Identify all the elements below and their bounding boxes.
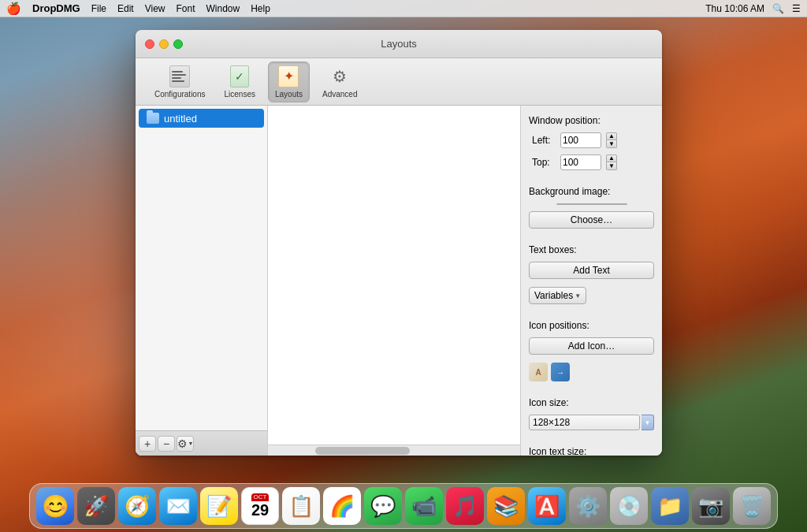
chevron-down-icon: ▼	[188, 441, 194, 446]
safari-icon: 🧭	[125, 494, 150, 519]
top-decrement[interactable]: ▼	[606, 162, 617, 170]
dock-icon-books[interactable]: 📚	[487, 487, 525, 525]
mail-icon: ✉️	[165, 494, 191, 519]
scrollbar-thumb[interactable]	[315, 447, 410, 455]
add-layout-button[interactable]: +	[139, 436, 156, 452]
dock-icon-launchpad[interactable]: 🚀	[77, 487, 115, 525]
window-position-label: Window position:	[529, 115, 654, 126]
menu-help[interactable]: Help	[251, 3, 270, 14]
left-stepper[interactable]: ▲ ▼	[606, 132, 617, 148]
toolbar: Configurations ✓ Licenses ✦ Layouts ⚙ Ad…	[136, 58, 662, 106]
left-increment[interactable]: ▲	[606, 132, 617, 140]
remove-layout-button[interactable]: −	[158, 436, 175, 452]
finder2-icon: 📁	[657, 494, 682, 519]
right-panel: Window position: Left: 100 ▲ ▼ Top: 100 …	[520, 106, 662, 456]
bg-image-label: Background image:	[529, 186, 654, 197]
window-title: Layouts	[381, 38, 417, 50]
dock-icon-mail[interactable]: ✉️	[159, 487, 197, 525]
license-doc-icon: ✓	[230, 65, 249, 87]
photos-icon: 🌈	[329, 494, 355, 519]
horizontal-scrollbar[interactable]	[268, 445, 520, 456]
icon-size-select[interactable]: 128×128	[529, 415, 640, 430]
toolbar-configurations[interactable]: Configurations	[148, 62, 211, 102]
sidebar-bottom-bar: + − ⚙ ▼	[136, 430, 267, 456]
dock-icon-finder2[interactable]: 📁	[651, 487, 689, 525]
main-content: untitled + − ⚙ ▼ Window position:	[136, 106, 662, 456]
left-row: Left: 100 ▲ ▼	[532, 132, 654, 148]
sidebar-item-untitled[interactable]: untitled	[139, 109, 264, 128]
dock-icon-calendar[interactable]: OCT 29	[241, 487, 279, 525]
appstore-icon: 🅰️	[534, 494, 560, 519]
dock-icon-safari[interactable]: 🧭	[118, 487, 156, 525]
sysprefs-icon: ⚙️	[575, 494, 601, 519]
books-icon: 📚	[493, 494, 519, 519]
toolbar-advanced[interactable]: ⚙ Advanced	[316, 62, 363, 102]
menu-view[interactable]: View	[145, 3, 165, 14]
dock-icon-facetime[interactable]: 📹	[405, 487, 443, 525]
dock-icon-itunes[interactable]: 💿	[610, 487, 648, 525]
messages-icon: 💬	[370, 494, 396, 519]
dock-icon-sysprefs[interactable]: ⚙️	[569, 487, 607, 525]
minimize-button[interactable]	[159, 39, 169, 49]
sidebar-list: untitled	[136, 106, 267, 430]
dock-icon-notes[interactable]: 📝	[200, 487, 238, 525]
sidebar: untitled + − ⚙ ▼	[136, 106, 268, 456]
left-decrement[interactable]: ▼	[606, 140, 617, 148]
dock-icon-messages[interactable]: 💬	[364, 487, 402, 525]
top-row: Top: 100 ▲ ▼	[532, 154, 654, 170]
menubar-left: 🍎 DropDMG File Edit View Font Window Hel…	[6, 2, 270, 16]
layouts-window: Layouts Configurations ✓ Licenses	[136, 30, 662, 456]
dock-icon-reminders[interactable]: 📋	[282, 487, 320, 525]
top-stepper[interactable]: ▲ ▼	[606, 154, 617, 170]
dock-icon-camera[interactable]: 📷	[692, 487, 730, 525]
variables-button[interactable]: Variables ▼	[529, 287, 586, 304]
icon-positions-label: Icon positions:	[529, 320, 654, 331]
reminders-icon: 📋	[288, 494, 314, 519]
dock-icon-photos[interactable]: 🌈	[323, 487, 361, 525]
menu-window[interactable]: Window	[206, 3, 240, 14]
advanced-icon: ⚙	[329, 65, 351, 87]
dock-icon-appstore[interactable]: 🅰️	[528, 487, 566, 525]
traffic-lights	[145, 39, 183, 49]
configurations-label: Configurations	[154, 90, 205, 99]
dock-icon-finder[interactable]: 😊	[36, 487, 74, 525]
top-input[interactable]: 100	[560, 154, 601, 170]
apple-menu[interactable]: 🍎	[6, 2, 21, 16]
icon-size-label: Icon size:	[529, 397, 654, 408]
layout-actions-button[interactable]: ⚙ ▼	[177, 436, 194, 452]
licenses-label: Licenses	[224, 90, 255, 99]
menubar-time: Thu 10:06 AM	[705, 3, 764, 14]
menubar-search-icon[interactable]: 🔍	[772, 3, 784, 14]
dock-icon-trash[interactable]: 🗑️	[733, 487, 771, 525]
choose-button[interactable]: Choose…	[529, 211, 654, 229]
configurations-icon	[169, 65, 191, 87]
camera-icon: 📷	[698, 494, 723, 519]
variables-arrow-icon: ▼	[575, 292, 581, 299]
icon-size-row: 128×128 ▼	[529, 415, 654, 430]
add-text-button[interactable]: Add Text	[529, 262, 654, 279]
app-name[interactable]: DropDMG	[32, 2, 80, 14]
dock-icon-music[interactable]: 🎵	[446, 487, 484, 525]
icon-pos-preview: A →	[529, 363, 654, 381]
launchpad-icon: 🚀	[84, 494, 109, 519]
menu-font[interactable]: Font	[177, 3, 195, 14]
trash-icon: 🗑️	[739, 494, 764, 519]
top-value: 100	[563, 157, 578, 168]
close-button[interactable]	[145, 39, 154, 49]
add-icon-button[interactable]: Add Icon…	[529, 337, 654, 355]
itunes-icon: 💿	[616, 494, 642, 519]
icon-pos-arrow-icon: →	[551, 363, 570, 381]
menu-edit[interactable]: Edit	[117, 3, 134, 14]
toolbar-licenses[interactable]: ✓ Licenses	[218, 62, 261, 102]
gear-doc-icon: ⚙	[329, 65, 351, 87]
icon-size-arrow-icon[interactable]: ▼	[642, 415, 654, 430]
toolbar-layouts[interactable]: ✦ Layouts	[268, 61, 310, 102]
top-increment[interactable]: ▲	[606, 154, 617, 162]
menu-file[interactable]: File	[91, 3, 106, 14]
config-doc-icon	[169, 65, 190, 87]
gear-icon: ⚙	[177, 437, 188, 450]
left-value: 100	[563, 135, 578, 146]
left-input[interactable]: 100	[560, 132, 601, 148]
maximize-button[interactable]	[173, 39, 183, 49]
menubar-menu-icon[interactable]: ☰	[792, 3, 801, 14]
